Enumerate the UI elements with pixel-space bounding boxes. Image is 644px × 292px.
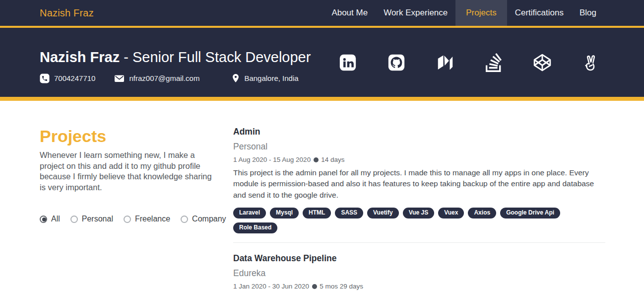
project-date-range: 1 Jan 2020 - 30 Jun 2020 [233,283,309,290]
email-contact: nfraz007@gmail.com [114,73,199,83]
hero-name: Nazish Fraz [40,49,120,65]
filter-company-label: Company [192,215,226,223]
tag-badge: Vuex [438,208,464,219]
angellist-peace-hand-icon[interactable] [581,53,600,72]
phone-number: 7004247710 [54,74,95,82]
tag-badge: SASS [335,208,363,219]
project-client: Edureka [233,269,605,278]
tag-badge: HTML [303,208,331,219]
filter-personal[interactable]: Personal [70,215,113,223]
projects-list: Admin Personal 1 Aug 2020 - 15 Aug 2020 … [233,127,605,292]
nav-item-about-me[interactable]: About Me [323,0,376,26]
project-filters: All Personal Freelance Company [40,215,214,223]
main-content: Projects Whenever I learn something new,… [0,101,644,292]
project-duration: 5 mos 29 days [320,283,363,290]
project-tags: Laravel Mysql HTML SASS Vuetify Vue JS V… [233,208,605,233]
project-title: Data Warehouse Pipeline [233,254,605,263]
tag-badge: Laravel [233,208,266,219]
project-title: Admin [233,127,605,137]
medium-icon[interactable] [436,53,454,72]
location-text: Bangalore, India [244,74,298,82]
hero-title: Nazish Fraz - Senior Full Stack Develope… [40,49,311,66]
project-meta: 1 Aug 2020 - 15 Aug 2020 14 days [233,156,605,163]
tag-badge: Axios [468,208,496,219]
tag-badge: Vue JS [403,208,435,219]
filter-company[interactable]: Company [181,215,226,223]
meta-dot-icon [312,284,317,289]
filter-all[interactable]: All [40,215,60,223]
radio-personal[interactable] [70,216,78,223]
nav-item-certifications[interactable]: Certifications [507,0,572,26]
tag-badge: Role Based [233,222,277,233]
projects-intro-column: Projects Whenever I learn something new,… [40,127,214,292]
navbar: Nazish Fraz About Me Work Experience Pro… [0,0,644,28]
tag-badge: Google Drive Api [500,208,560,219]
project-date-range: 1 Aug 2020 - 15 Aug 2020 [233,156,311,163]
radio-all[interactable] [40,216,47,223]
projects-section-heading: Projects [40,127,214,145]
project-duration: 14 days [321,156,344,163]
project-description: This project is the admin panel for all … [233,167,605,201]
filter-freelance-label: Freelance [135,215,170,223]
projects-section-description: Whenever I learn something new, I make a… [40,150,214,193]
nav-item-work-experience[interactable]: Work Experience [376,0,455,26]
filter-personal-label: Personal [82,215,113,223]
tag-badge: Mysql [270,208,299,219]
hero-role: - Senior Full Stack Developer [124,49,311,65]
radio-freelance[interactable] [124,216,131,223]
radio-company[interactable] [181,216,188,223]
codepen-icon[interactable] [533,53,552,72]
meta-dot-icon [314,157,319,162]
project-card-data-warehouse-pipeline: Data Warehouse Pipeline Edureka 1 Jan 20… [233,254,605,292]
location-pin-icon [231,73,240,83]
filter-freelance[interactable]: Freelance [124,215,170,223]
tag-badge: Vuetify [367,208,399,219]
location-contact: Bangalore, India [231,73,298,83]
phone-contact: 7004247710 [40,73,95,83]
nav-links: About Me Work Experience Projects Certif… [323,0,604,26]
email-address: nfraz007@gmail.com [129,74,199,82]
project-client: Personal [233,142,605,151]
hero-banner: Nazish Fraz - Senior Full Stack Develope… [0,28,644,101]
project-divider [233,242,605,243]
nav-item-blog[interactable]: Blog [572,0,604,26]
filter-all-label: All [51,215,60,223]
nav-item-projects[interactable]: Projects [455,0,507,26]
project-card-admin: Admin Personal 1 Aug 2020 - 15 Aug 2020 … [233,127,605,243]
stack-overflow-icon[interactable] [484,53,503,72]
brand-logo[interactable]: Nazish Fraz [40,7,94,19]
linkedin-icon[interactable] [338,53,357,72]
github-icon[interactable] [387,53,406,72]
phone-icon [40,73,50,83]
project-meta: 1 Jan 2020 - 30 Jun 2020 5 mos 29 days [233,283,605,290]
email-icon [114,73,125,83]
social-links [338,53,600,72]
contact-row: 7004247710 nfraz007@gmail.com Bangalore,… [40,73,311,83]
